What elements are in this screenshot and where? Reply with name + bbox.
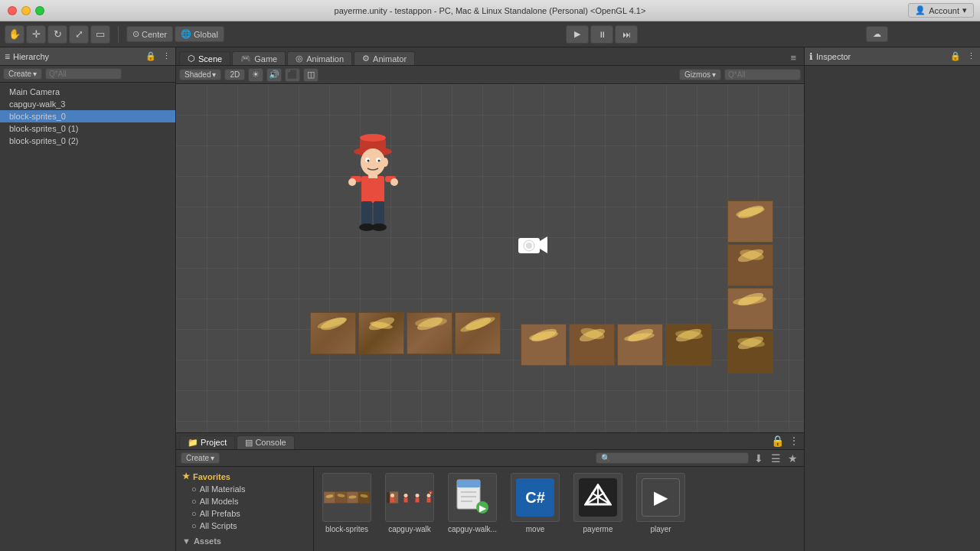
- asset-item-move[interactable]: C# move: [508, 473, 562, 533]
- scale-tool[interactable]: ⤢: [69, 25, 89, 44]
- scene-view[interactable]: [176, 84, 804, 432]
- bottom-lock-icon[interactable]: 🔒: [770, 434, 784, 448]
- console-icon: ▤: [245, 438, 253, 447]
- cloud-button[interactable]: ☁: [866, 26, 888, 42]
- account-button[interactable]: 👤 Account ▾: [908, 3, 974, 18]
- step-button[interactable]: ⏭: [615, 25, 638, 44]
- svg-point-36: [404, 494, 408, 497]
- tree-item-materials[interactable]: ○ All Materials: [176, 483, 313, 495]
- overlay-toggle[interactable]: ◫: [303, 68, 318, 82]
- scene-search-input[interactable]: [724, 69, 801, 80]
- capguy-walk-import-label: capguy-walk...: [448, 525, 497, 533]
- minimize-button[interactable]: [21, 6, 31, 15]
- hierarchy-item-main-camera[interactable]: Main Camera: [0, 86, 175, 98]
- tab-animation[interactable]: ◎ Animation: [287, 51, 352, 65]
- hierarchy-lock-icon[interactable]: 🔒: [145, 51, 156, 61]
- project-tree: ★ Favorites ○ All Materials ○ All Models…: [176, 467, 314, 551]
- bottom-content: ★ Favorites ○ All Materials ○ All Models…: [176, 467, 804, 551]
- svg-point-7: [378, 160, 381, 162]
- rect-tool[interactable]: ▭: [90, 25, 110, 44]
- pause-button[interactable]: ⏸: [590, 25, 613, 44]
- hierarchy-item-block1[interactable]: block-sprites_0 (1): [0, 122, 175, 135]
- import-icon[interactable]: ⬇: [752, 452, 766, 465]
- inspector-menu-icon[interactable]: ⋮: [967, 51, 975, 61]
- hierarchy-item-capguy[interactable]: capguy-walk_3: [0, 98, 175, 110]
- window-title: payerme.unity - testappon - PC, Mac & Li…: [335, 6, 646, 15]
- ground-block: [521, 324, 567, 366]
- separator-1: [118, 26, 119, 43]
- bottom-menu-icon[interactable]: ⋮: [787, 434, 801, 448]
- asset-item-capguy-walk[interactable]: capguy-walk: [383, 473, 436, 533]
- filter-icon[interactable]: ☰: [769, 452, 782, 465]
- ground-group-1: [310, 312, 501, 356]
- tree-item-favorites[interactable]: ★ Favorites: [176, 470, 313, 483]
- asset-item-capguy-walk-import[interactable]: ▶ capguy-walk...: [446, 473, 499, 533]
- hierarchy-item-block2[interactable]: block-sprites_0 (2): [0, 135, 175, 147]
- play-button[interactable]: ▶: [566, 25, 589, 44]
- scene-toolbar: Shaded ▾ 2D ☀ 🔊 ⬛ ◫ Gizmos ▾: [176, 66, 804, 84]
- move-tool[interactable]: ✛: [26, 25, 46, 44]
- tab-animator[interactable]: ⚙ Animator: [354, 51, 415, 65]
- unity-asset-icon: [573, 473, 622, 522]
- tab-console[interactable]: ▤ Console: [237, 435, 294, 449]
- svg-rect-34: [390, 498, 394, 503]
- asset-item-player[interactable]: ▶ player: [634, 473, 688, 533]
- player-label: player: [650, 525, 671, 533]
- asset-grid: block-sprites: [314, 467, 804, 551]
- capguy-walk-icon: [385, 473, 434, 522]
- tab-project[interactable]: 📁 Project: [179, 435, 235, 449]
- hierarchy-search-input[interactable]: [45, 68, 122, 80]
- shaded-chevron-icon: ▾: [212, 70, 216, 79]
- inspector-lock-icon[interactable]: 🔒: [950, 51, 961, 61]
- hierarchy-panel: ≡ Hierarchy 🔒 ⋮ Create ▾ Main Camera cap…: [0, 47, 176, 551]
- svg-rect-15: [374, 201, 384, 226]
- hand-tool[interactable]: ✋: [5, 25, 24, 44]
- circle-icon: ○: [191, 521, 197, 530]
- project-search-input[interactable]: [596, 452, 749, 464]
- tree-item-prefabs[interactable]: ○ All Prefabs: [176, 507, 313, 520]
- tree-item-scripts[interactable]: ○ All Scripts: [176, 520, 313, 532]
- hierarchy-create-button[interactable]: Create ▾: [3, 68, 42, 80]
- tab-scene[interactable]: ⬡ Scene: [179, 51, 230, 65]
- scene-tabs: ⬡ Scene 🎮 Game ◎ Animation ⚙ Animator ≡: [176, 47, 804, 66]
- asset-item-block-sprites[interactable]: block-sprites: [320, 473, 374, 533]
- center-button[interactable]: ⊙ Center: [126, 26, 173, 42]
- project-create-button[interactable]: Create ▾: [181, 452, 220, 464]
- svg-point-8: [382, 158, 388, 167]
- asset-item-payerme[interactable]: payerme: [571, 473, 625, 533]
- ground-block: [727, 331, 773, 373]
- csharp-icon: C#: [511, 473, 560, 522]
- svg-point-3: [361, 148, 385, 176]
- maximize-button[interactable]: [35, 6, 44, 15]
- audio-toggle[interactable]: 🔊: [266, 68, 282, 82]
- rotate-tool[interactable]: ↻: [47, 25, 67, 44]
- window-controls: [8, 6, 44, 15]
- player-icon: ▶: [636, 473, 685, 522]
- hierarchy-list: Main Camera capguy-walk_3 block-sprites_…: [0, 83, 175, 150]
- hierarchy-menu-icon[interactable]: ⋮: [162, 51, 171, 61]
- center-icon: ⊙: [132, 29, 139, 39]
- gizmos-dropdown[interactable]: Gizmos ▾: [679, 69, 721, 80]
- pivot-tools: ⊙ Center 🌐 Global: [126, 26, 224, 42]
- close-button[interactable]: [8, 6, 17, 15]
- ground-block: [727, 201, 773, 243]
- tree-item-assets-root[interactable]: ▼ Assets: [176, 535, 313, 547]
- shaded-dropdown[interactable]: Shaded ▾: [179, 69, 221, 80]
- ground-group-3: [727, 201, 804, 375]
- account-icon: 👤: [915, 5, 926, 15]
- hierarchy-item-block0[interactable]: block-sprites_0: [0, 110, 175, 122]
- 2d-button[interactable]: 2D: [224, 69, 245, 80]
- inspector-title: Inspector: [816, 52, 851, 61]
- global-button[interactable]: 🌐 Global: [175, 26, 224, 42]
- fx-toggle[interactable]: ⬛: [285, 68, 300, 82]
- svg-point-38: [416, 494, 420, 497]
- svg-rect-41: [427, 498, 431, 503]
- tab-game[interactable]: 🎮 Game: [232, 51, 286, 65]
- inspector-panel: ℹ Inspector 🔒 ⋮: [804, 47, 980, 551]
- lighting-toggle[interactable]: ☀: [248, 68, 263, 82]
- scene-panel-menu[interactable]: ≡: [786, 51, 801, 65]
- svg-rect-18: [368, 174, 377, 178]
- star-icon[interactable]: ★: [786, 452, 799, 465]
- ground-group-2: [521, 324, 711, 367]
- tree-item-models[interactable]: ○ All Models: [176, 495, 313, 507]
